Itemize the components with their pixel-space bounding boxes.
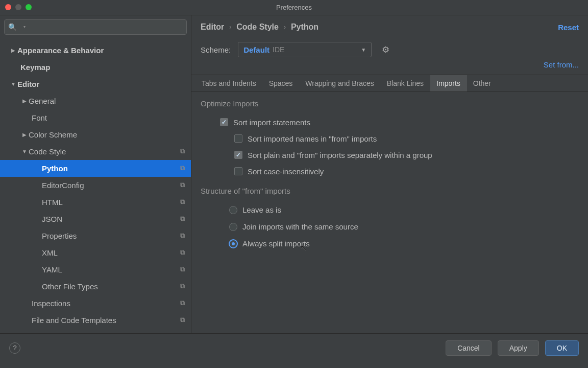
breadcrumb-item: Python (291, 22, 318, 32)
tab-imports[interactable]: Imports (430, 75, 467, 91)
option-sort-imported-names[interactable]: Sort imported names in "from" imports (201, 130, 579, 147)
minimize-window-button[interactable] (15, 4, 21, 10)
scheme-override-icon: ⧉ (180, 215, 185, 223)
option-sort-plain-and-from[interactable]: Sort plain and "from" imports separately… (201, 147, 579, 163)
tree-item-xml[interactable]: XML⧉ (0, 244, 191, 261)
chevron-down-icon[interactable]: ▾ (23, 25, 26, 29)
checkbox-icon[interactable] (234, 151, 242, 159)
reset-link[interactable]: Reset (558, 23, 579, 32)
checkbox-icon[interactable] (220, 118, 228, 126)
tab-blank-lines[interactable]: Blank Lines (381, 75, 430, 91)
footer: ? Cancel Apply OK (0, 333, 588, 362)
chevron-down-icon: ▼ (361, 47, 366, 53)
checkbox-icon[interactable] (234, 167, 242, 175)
tab-other[interactable]: Other (467, 75, 498, 91)
checkbox-icon[interactable] (234, 134, 242, 143)
scheme-tag: IDE (273, 45, 284, 54)
tree-item-editorconfig[interactable]: EditorConfig⧉ (0, 177, 191, 194)
tree-item-file-code-templates[interactable]: File and Code Templates⧉ (0, 312, 191, 329)
cancel-button[interactable]: Cancel (446, 340, 492, 356)
help-button[interactable]: ? (9, 342, 20, 354)
chevron-right-icon: ▶ (20, 132, 29, 137)
scheme-override-icon: ⧉ (180, 198, 185, 206)
scheme-override-icon: ⧉ (180, 248, 185, 257)
radio-icon[interactable] (229, 240, 237, 248)
scheme-override-icon: ⧉ (180, 299, 185, 307)
tree-item-general[interactable]: ▶General (0, 93, 191, 109)
window-controls (5, 4, 32, 10)
ok-button[interactable]: OK (545, 340, 579, 356)
tree-item-code-style[interactable]: ▼Code Style⧉ (0, 143, 191, 160)
breadcrumb-item[interactable]: Editor (201, 22, 224, 32)
tree-item-font[interactable]: Font (0, 109, 191, 126)
apply-button[interactable]: Apply (498, 340, 539, 356)
scheme-value: Default (243, 45, 270, 54)
set-from-link[interactable]: Set from... (544, 60, 579, 75)
breadcrumb: Editor › Code Style › Python Reset (191, 15, 588, 39)
tab-bar: Tabs and Indents Spaces Wrapping and Bra… (191, 75, 588, 92)
chevron-right-icon: › (229, 24, 231, 31)
tree-item-color-scheme[interactable]: ▶Color Scheme (0, 126, 191, 143)
scheme-override-icon: ⧉ (180, 316, 185, 324)
close-window-button[interactable] (5, 4, 11, 10)
scheme-select[interactable]: Default IDE ▼ (238, 42, 372, 57)
sidebar: 🔍 ▾ ▶Appearance & Behavior Keymap ▼Edito… (0, 15, 191, 333)
option-leave-as-is[interactable]: Leave as is (201, 201, 579, 218)
radio-icon[interactable] (229, 223, 237, 231)
tree-item-json[interactable]: JSON⧉ (0, 211, 191, 227)
scheme-override-icon: ⧉ (180, 147, 185, 155)
tab-tabs-indents[interactable]: Tabs and Indents (195, 75, 263, 91)
option-join-same-source[interactable]: Join imports with the same source (201, 218, 579, 235)
chevron-right-icon: ▶ (20, 98, 29, 104)
option-sort-import-statements[interactable]: Sort import statements (201, 114, 579, 130)
tab-content: Optimize Imports Sort import statements … (191, 92, 588, 333)
tree-item-python[interactable]: Python⧉ (0, 160, 191, 177)
breadcrumb-item[interactable]: Code Style (236, 22, 279, 32)
window-title: Preferences (276, 4, 312, 11)
tree-item-keymap[interactable]: Keymap (0, 59, 191, 76)
tree-item-html[interactable]: HTML⧉ (0, 194, 191, 211)
tree-item-inspections[interactable]: Inspections⧉ (0, 295, 191, 312)
search-icon: 🔍 (8, 23, 17, 31)
chevron-down-icon: ▼ (20, 149, 29, 154)
zoom-window-button[interactable] (26, 4, 32, 10)
scheme-override-icon: ⧉ (180, 181, 185, 189)
scheme-label: Scheme: (201, 45, 231, 54)
tree-item-appearance[interactable]: ▶Appearance & Behavior (0, 42, 191, 59)
tree-item-other-file-types[interactable]: Other File Types⧉ (0, 278, 191, 295)
chevron-down-icon: ▼ (9, 81, 17, 87)
settings-tree: ▶Appearance & Behavior Keymap ▼Editor ▶G… (0, 39, 191, 333)
scheme-override-icon: ⧉ (180, 265, 185, 273)
option-sort-case-insensitive[interactable]: Sort case-insensitively (201, 163, 579, 179)
tab-wrapping[interactable]: Wrapping and Braces (299, 75, 380, 91)
tab-spaces[interactable]: Spaces (263, 75, 300, 91)
scheme-override-icon: ⧉ (180, 282, 185, 290)
tree-item-yaml[interactable]: YAML⧉ (0, 261, 191, 278)
scheme-override-icon: ⧉ (180, 232, 185, 240)
tree-item-properties[interactable]: Properties⧉ (0, 227, 191, 244)
tree-item-editor[interactable]: ▼Editor (0, 76, 191, 93)
chevron-right-icon: ▶ (9, 48, 17, 53)
section-structure-from-imports: Structure of "from" imports (201, 187, 579, 195)
search-box: 🔍 ▾ (4, 19, 187, 35)
main-panel: Editor › Code Style › Python Reset Schem… (191, 15, 588, 333)
scheme-override-icon: ⧉ (180, 164, 185, 172)
gear-icon[interactable]: ⚙ (382, 44, 389, 55)
option-always-split[interactable]: Always split imports (201, 235, 579, 252)
section-optimize-imports: Optimize Imports (201, 99, 579, 108)
titlebar[interactable]: Preferences (0, 0, 588, 15)
radio-icon[interactable] (229, 206, 237, 214)
search-input[interactable] (4, 19, 187, 35)
chevron-right-icon: › (284, 24, 286, 31)
